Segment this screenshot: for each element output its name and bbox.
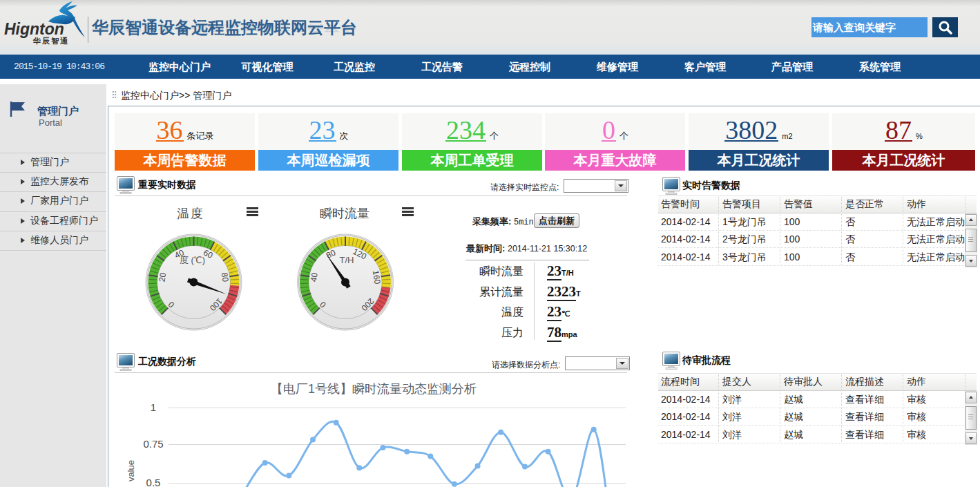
svg-text:【电厂1号线】瞬时流量动态监测分析: 【电厂1号线】瞬时流量动态监测分析 [271,382,477,396]
svg-text:T/H: T/H [340,255,354,265]
svg-text:20: 20 [157,271,168,283]
svg-text:0.5: 0.5 [146,477,161,487]
svg-text:40: 40 [309,271,320,283]
svg-text:80: 80 [220,272,231,283]
svg-text:度 (℃): 度 (℃) [180,255,205,265]
svg-text:1: 1 [151,401,156,413]
svg-text:value: value [126,460,136,481]
svg-text:0.75: 0.75 [143,438,163,450]
